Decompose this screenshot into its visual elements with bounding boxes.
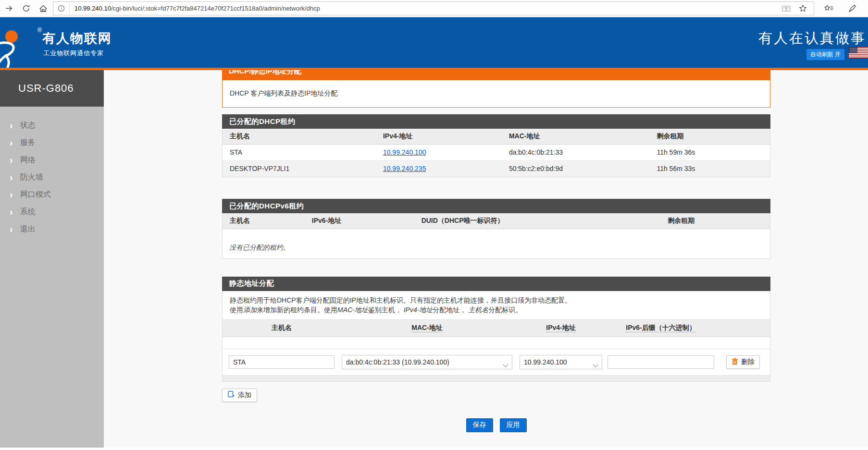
static-table-spacer-row (223, 337, 770, 349)
favorites-hub-button[interactable] (820, 0, 838, 17)
sidebar-item-label: 退出 (20, 224, 36, 234)
url-path: /cgi-bin/luci/;stok=fd77c7f2fa847214e70f… (111, 5, 320, 12)
web-note-button[interactable] (844, 0, 862, 17)
chevron-right-icon (10, 121, 13, 130)
chevron-right-icon (10, 224, 13, 234)
favorites-hub-icon (824, 4, 834, 12)
ipv4-address-select[interactable]: 10.99.240.100 (520, 355, 602, 369)
mac-address-select[interactable]: da:b0:4c:0b:21:33 (10.99.240.100) (342, 355, 512, 369)
url-text[interactable]: 10.99.240.10/cgi-bin/luci/;stok=fd77c7f2… (70, 5, 778, 12)
sidebar-menu: 状态 服务 网络 防火墙 网口模式 系统 退出 (0, 107, 104, 238)
col-lease-remaining: 剩余租期 (649, 129, 770, 144)
hostname-input[interactable] (229, 355, 335, 369)
static-lease-row: da:b0:4c:0b:21:33 (10.99.240.100) 10.99.… (223, 349, 770, 375)
delete-button-label: 删除 (741, 358, 755, 366)
chevron-right-icon (10, 138, 13, 147)
device-name: USR-G806 (0, 70, 104, 107)
add-button-label: 添加 (238, 391, 251, 400)
chevron-right-icon (10, 207, 13, 217)
address-bar[interactable]: 10.99.240.10/cgi-bin/luci/;stok=fd77c7f2… (53, 1, 814, 15)
url-domain: 10.99.240.10 (74, 5, 111, 12)
apply-button[interactable]: 应用 (500, 418, 527, 432)
reading-view-button[interactable] (778, 0, 794, 17)
static-table-header: 主机名 MAC-地址 IPv4-地址 IPv6-后缀（十六进制） (223, 320, 770, 337)
lease-remaining: 11h 56m 33s (649, 160, 770, 177)
dhcp-leases-title: 已分配的DHCP租约 (222, 114, 770, 129)
static-leases-title: 静态地址分配 (222, 277, 770, 291)
autorefresh-toggle[interactable]: 自动刷新 开 (806, 49, 844, 60)
sidebar-item-port-mode[interactable]: 网口模式 (0, 186, 104, 203)
site-info-button[interactable] (53, 2, 70, 15)
language-flag-icon[interactable] (849, 47, 868, 58)
sidebar-item-label: 服务 (20, 138, 36, 148)
sidebar-item-network[interactable]: 网络 (0, 151, 104, 169)
web-note-pen-icon (848, 4, 857, 12)
dhcp-leases-table: 主机名 IPv4-地址 MAC-地址 剩余租期 STA 10.99.240.10… (223, 129, 770, 177)
app-header: ® 有人物联网 工业物联网通信专家 有人在认真做事 自动刷新 开 (0, 17, 868, 70)
sidebar-item-services[interactable]: 服务 (0, 134, 104, 151)
dhcpv6-empty-text: 没有已分配的租约。 (223, 229, 770, 258)
dhcpv6-leases-title: 已分配的DHCPv6租约 (222, 199, 770, 213)
favorite-star-icon (799, 4, 807, 12)
sidebar-item-firewall[interactable]: 防火墙 (0, 169, 104, 186)
sidebar: USR-G806 状态 服务 网络 防火墙 网口模式 系统 退出 (0, 70, 104, 448)
forward-button[interactable] (0, 0, 17, 17)
lease-hostname: STA (223, 144, 376, 160)
chevron-right-icon (10, 172, 13, 182)
lease-hostname: DESKTOP-VP7JLI1 (223, 160, 376, 177)
col-hostname: 主机名 (229, 324, 335, 332)
form-actions: 保存 应用 (222, 418, 770, 432)
dhcp-leases-section: 已分配的DHCP租约 主机名 IPv4-地址 MAC-地址 剩余租期 S (222, 114, 770, 177)
browser-toolbar: 10.99.240.10/cgi-bin/luci/;stok=fd77c7f2… (0, 0, 868, 17)
description-line-2: 使用添加来增加新的租约条目。使用MAC-地址鉴别主机， IPv4-地址分配地址，… (230, 305, 763, 315)
col-ipv6-suffix: IPv6-后缀（十六进制） (608, 324, 714, 332)
add-icon (228, 391, 235, 399)
sidebar-item-system[interactable]: 系统 (0, 203, 104, 220)
chevron-right-icon (10, 190, 13, 199)
col-lease-remaining: 剩余租期 (660, 213, 770, 229)
static-table-footer-strip (223, 375, 770, 381)
info-icon (58, 5, 65, 12)
home-button[interactable] (35, 0, 52, 17)
lease-remaining: 11h 59m 36s (649, 144, 770, 160)
sidebar-item-label: 系统 (20, 207, 36, 217)
dhcpv6-leases-section: 已分配的DHCPv6租约 主机名 IPv6-地址 DUID（DHCP唯一标识符）… (222, 199, 770, 259)
static-leases-section: 静态地址分配 静态租约用于给DHCP客户端分配固定的IP地址和主机标识。只有指定… (222, 277, 770, 382)
brand-subtitle: 工业物联网通信专家 (43, 49, 104, 58)
main-content: DHCP/静态IP地址分配 DHCP 客户端列表及静态IP地址分配 已分配的DH… (104, 70, 868, 448)
col-hostname: 主机名 (223, 213, 305, 229)
trash-icon (732, 358, 738, 366)
lease-ipv4-link[interactable]: 10.99.240.235 (383, 165, 426, 172)
page-title: DHCP/静态IP地址分配 (229, 70, 301, 76)
table-row: DESKTOP-VP7JLI1 10.99.240.235 50:5b:c2:e… (223, 160, 770, 177)
registered-mark: ® (37, 27, 42, 34)
ipv6-suffix-input[interactable] (608, 355, 714, 369)
col-hostname: 主机名 (223, 129, 376, 144)
browser-window: 10.99.240.10/cgi-bin/luci/;stok=fd77c7f2… (0, 0, 868, 450)
delete-button[interactable]: 删除 (726, 355, 760, 369)
lease-ipv4-link[interactable]: 10.99.240.100 (383, 148, 426, 156)
lease-mac: 50:5b:c2:e0:bd:9d (502, 160, 650, 177)
col-ipv4: IPv4-地址 (520, 324, 602, 332)
refresh-button[interactable] (17, 0, 35, 17)
page-subtitle: DHCP 客户端列表及静态IP地址分配 (222, 80, 770, 108)
dhcpv6-leases-table: 主机名 IPv6-地址 DUID（DHCP唯一标识符） 剩余租期 (223, 213, 770, 229)
page-title-bar: DHCP/静态IP地址分配 (222, 70, 770, 80)
reading-view-icon (782, 5, 791, 12)
brand-title: 有人物联网 (42, 30, 112, 47)
col-mac: MAC-地址 (342, 324, 512, 332)
chevron-right-icon (10, 155, 13, 165)
sidebar-item-label: 网口模式 (20, 190, 51, 200)
add-button[interactable]: 添加 (222, 389, 257, 402)
save-button[interactable]: 保存 (466, 418, 493, 432)
col-mac: MAC-地址 (502, 129, 650, 144)
sidebar-item-status[interactable]: 状态 (0, 117, 104, 134)
home-icon (39, 4, 48, 13)
static-leases-description: 静态租约用于给DHCP客户端分配固定的IP地址和主机标识。只有指定的主机才能连接… (223, 291, 770, 320)
col-ipv4: IPv4-地址 (376, 129, 502, 144)
refresh-icon (22, 4, 30, 12)
add-favorite-button[interactable] (794, 0, 811, 17)
sidebar-item-label: 网络 (20, 155, 36, 165)
sidebar-item-logout[interactable]: 退出 (0, 220, 104, 238)
col-ipv6: IPv6-地址 (305, 213, 414, 229)
